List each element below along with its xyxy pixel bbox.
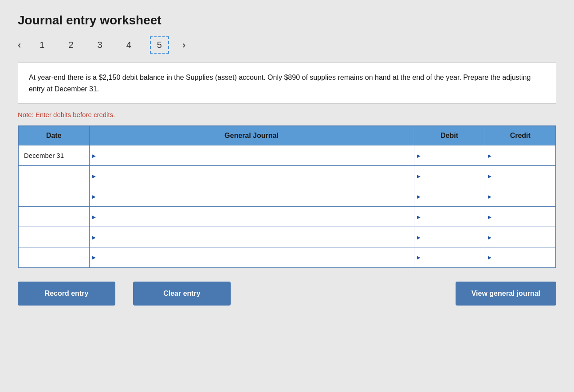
credit-arrow-icon-1: ► <box>487 172 493 179</box>
debit-input-5[interactable] <box>414 247 485 267</box>
credit-arrow-icon-2: ► <box>487 193 493 200</box>
view-general-journal-button[interactable]: View general journal <box>456 282 556 306</box>
nav-item-1[interactable]: 1 <box>34 37 50 53</box>
nav-item-5[interactable]: 5 <box>150 36 169 54</box>
debit-input-3[interactable] <box>414 207 485 227</box>
credit-input-4[interactable] <box>485 227 556 247</box>
debit-arrow-icon-3: ► <box>416 213 422 220</box>
credit-input-2[interactable] <box>485 186 556 206</box>
nav-item-3[interactable]: 3 <box>92 37 108 53</box>
header-journal: General Journal <box>89 126 414 145</box>
date-cell-1 <box>18 166 89 186</box>
nav-item-2[interactable]: 2 <box>63 37 79 53</box>
description-text: At year-end there is a $2,150 debit bala… <box>29 72 545 94</box>
table-row: ► ► ► <box>18 247 556 268</box>
next-arrow[interactable]: › <box>182 39 185 51</box>
credit-cell-0[interactable]: ► <box>485 145 556 166</box>
credit-arrow-icon-5: ► <box>487 254 493 261</box>
journal-input-4[interactable] <box>90 227 414 247</box>
debit-cell-5[interactable]: ► <box>414 247 485 268</box>
journal-cell-2[interactable]: ► <box>89 186 414 207</box>
credit-arrow-icon-0: ► <box>487 152 493 159</box>
debit-arrow-icon-4: ► <box>416 234 422 240</box>
debit-input-0[interactable] <box>414 145 485 165</box>
header-credit: Credit <box>485 126 556 145</box>
table-row: ► ► ► <box>18 186 556 207</box>
credit-arrow-icon-3: ► <box>487 213 493 220</box>
credit-cell-5[interactable]: ► <box>485 247 556 268</box>
date-cell-0: December 31 <box>18 145 89 166</box>
table-row: ► ► ► <box>18 207 556 227</box>
debit-input-4[interactable] <box>414 227 485 247</box>
credit-input-3[interactable] <box>485 207 556 227</box>
debit-input-2[interactable] <box>414 186 485 206</box>
debit-arrow-icon-1: ► <box>416 172 422 179</box>
credit-input-5[interactable] <box>485 247 556 267</box>
credit-cell-3[interactable]: ► <box>485 207 556 227</box>
cell-arrow-icon: ► <box>91 193 97 200</box>
buttons-left: Record entry Clear entry <box>18 282 231 306</box>
credit-input-0[interactable] <box>485 145 556 165</box>
clear-entry-button[interactable]: Clear entry <box>133 282 231 306</box>
date-cell-2 <box>18 186 89 207</box>
cell-arrow-icon: ► <box>91 172 97 179</box>
debit-cell-2[interactable]: ► <box>414 186 485 207</box>
table-row: December 31 ► ► ► <box>18 145 556 166</box>
cell-arrow-icon: ► <box>91 234 97 240</box>
prev-arrow[interactable]: ‹ <box>18 39 21 51</box>
credit-arrow-icon-4: ► <box>487 234 493 240</box>
journal-cell-5[interactable]: ► <box>89 247 414 268</box>
nav-container: ‹ 1 2 3 4 5 › <box>18 36 556 54</box>
journal-cell-1[interactable]: ► <box>89 166 414 186</box>
debit-cell-0[interactable]: ► <box>414 145 485 166</box>
cell-arrow-icon: ► <box>91 152 97 159</box>
debit-cell-1[interactable]: ► <box>414 166 485 186</box>
debit-arrow-icon-0: ► <box>416 152 422 159</box>
debit-input-1[interactable] <box>414 166 485 186</box>
buttons-row: Record entry Clear entry View general jo… <box>18 282 556 306</box>
journal-input-2[interactable] <box>90 186 414 206</box>
journal-cell-0[interactable]: ► <box>89 145 414 166</box>
journal-cell-3[interactable]: ► <box>89 207 414 227</box>
debit-arrow-icon-5: ► <box>416 254 422 261</box>
cell-arrow-icon: ► <box>91 213 97 220</box>
cell-arrow-icon: ► <box>91 254 97 261</box>
credit-cell-2[interactable]: ► <box>485 186 556 207</box>
page-title: Journal entry worksheet <box>18 13 556 27</box>
table-row: ► ► ► <box>18 227 556 247</box>
journal-input-0[interactable] <box>90 145 414 165</box>
date-cell-3 <box>18 207 89 227</box>
date-cell-5 <box>18 247 89 268</box>
debit-arrow-icon-2: ► <box>416 193 422 200</box>
note-text: Note: Enter debits before credits. <box>18 111 556 118</box>
journal-input-1[interactable] <box>90 166 414 186</box>
credit-cell-4[interactable]: ► <box>485 227 556 247</box>
credit-input-1[interactable] <box>485 166 556 186</box>
journal-table: Date General Journal Debit Credit Decemb… <box>18 125 556 268</box>
header-debit: Debit <box>414 126 485 145</box>
credit-cell-1[interactable]: ► <box>485 166 556 186</box>
debit-cell-3[interactable]: ► <box>414 207 485 227</box>
description-box: At year-end there is a $2,150 debit bala… <box>18 63 556 104</box>
journal-input-5[interactable] <box>90 247 414 267</box>
record-entry-button[interactable]: Record entry <box>18 282 115 306</box>
debit-cell-4[interactable]: ► <box>414 227 485 247</box>
table-row: ► ► ► <box>18 166 556 186</box>
journal-input-3[interactable] <box>90 207 414 227</box>
nav-item-4[interactable]: 4 <box>121 37 137 53</box>
date-cell-4 <box>18 227 89 247</box>
journal-cell-4[interactable]: ► <box>89 227 414 247</box>
header-date: Date <box>18 126 89 145</box>
